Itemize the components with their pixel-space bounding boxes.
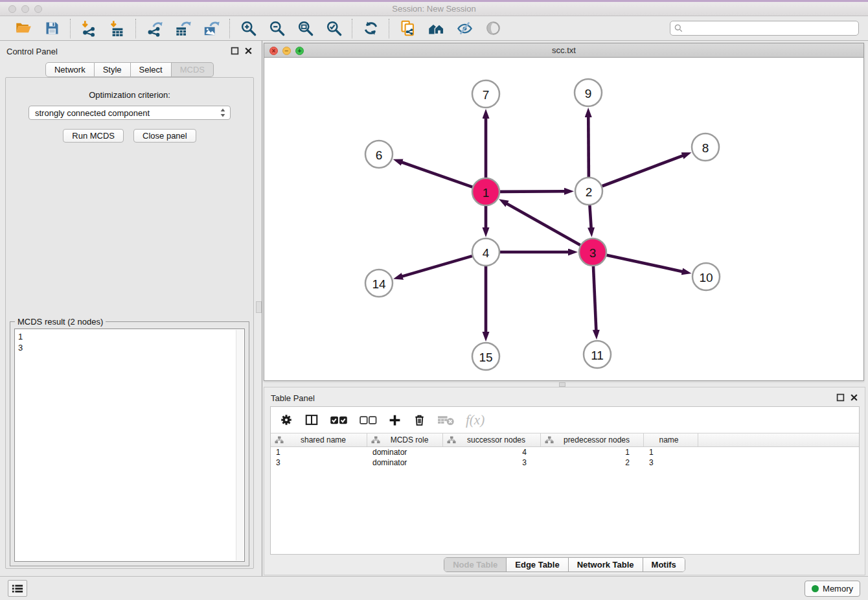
save-session-icon[interactable]	[41, 18, 62, 39]
tab-node-table[interactable]: Node Table	[444, 558, 506, 571]
graph-edge-3-10[interactable]	[606, 255, 682, 271]
tab-network[interactable]: Network	[45, 62, 95, 77]
tab-network-table[interactable]: Network Table	[568, 558, 643, 571]
network-window-titlebar[interactable]: × − + scc.txt	[264, 43, 863, 58]
table-settings-gear-icon[interactable]	[279, 413, 293, 427]
search-icon	[674, 23, 683, 33]
apply-layout-icon[interactable]	[360, 18, 381, 39]
search-field[interactable]	[670, 21, 859, 36]
float-panel-icon[interactable]	[231, 47, 239, 55]
graph-node-label: 3	[589, 246, 597, 260]
show-column-panel-icon[interactable]	[304, 413, 319, 427]
control-panel-title: Control Panel	[6, 47, 58, 56]
select-all-columns-icon[interactable]	[330, 415, 348, 426]
panel-splitter-handle[interactable]	[256, 301, 262, 313]
control-panel-tabs: NetworkStyleSelectMCDS	[0, 62, 259, 77]
duplicate-network-icon[interactable]	[397, 18, 418, 39]
mcds-result-textarea[interactable]: 13	[14, 329, 245, 562]
graph-edge-2-8[interactable]	[602, 156, 683, 186]
zoom-fit-icon[interactable]	[295, 18, 315, 39]
graph-edge-4-14[interactable]	[402, 256, 472, 277]
graph-node-label: 9	[585, 87, 592, 100]
zoom-selected-icon[interactable]	[323, 18, 344, 39]
network-graph: 7968124314101511	[264, 58, 863, 380]
graph-edge-2-3[interactable]	[589, 205, 591, 228]
tab-mcds[interactable]: MCDS	[172, 62, 214, 77]
close-panel-icon[interactable]	[244, 47, 253, 55]
deselect-all-columns-icon[interactable]	[359, 415, 377, 426]
result-scrollbar[interactable]	[236, 330, 244, 560]
node-table: f(x) shared nameMCDS rolesuccessor nodes…	[270, 406, 860, 555]
export-image-icon[interactable]	[201, 18, 222, 39]
table-cell: 1	[644, 447, 698, 457]
memory-button[interactable]: Memory	[805, 581, 860, 597]
bird-eye-view-icon[interactable]	[483, 18, 503, 39]
graph-node-label: 1	[483, 186, 490, 200]
optimization-select-value: strongly connected component	[35, 108, 220, 118]
tab-select[interactable]: Select	[131, 62, 172, 77]
first-neighbors-icon[interactable]	[426, 18, 446, 39]
horizontal-splitter-handle[interactable]	[559, 382, 565, 387]
import-table-icon[interactable]	[107, 18, 128, 39]
column-header-shared-name[interactable]: shared name	[271, 433, 367, 446]
table-toolbar: f(x)	[271, 407, 859, 433]
graph-edge-3-1[interactable]	[507, 203, 580, 245]
tab-motifs[interactable]: Motifs	[643, 558, 685, 571]
graph-node-label: 8	[702, 141, 709, 155]
close-table-panel-icon[interactable]	[850, 393, 858, 402]
float-table-panel-icon[interactable]	[836, 393, 845, 402]
mcds-panel: Optimization criterion: strongly connect…	[5, 77, 254, 569]
open-session-icon[interactable]	[13, 18, 34, 39]
show-hide-details-icon[interactable]	[454, 18, 475, 39]
memory-status-dot	[812, 585, 819, 592]
session-title: Session: New Session	[0, 4, 868, 14]
create-column-plus-icon[interactable]	[388, 413, 402, 427]
graph-node-label: 10	[699, 271, 713, 284]
graph-edge-1-2[interactable]	[500, 191, 565, 192]
mcds-result-title: MCDS result (2 nodes)	[15, 317, 106, 327]
table-header-row: shared nameMCDS rolesuccessor nodesprede…	[271, 433, 859, 447]
graph-node-label: 4	[483, 246, 490, 260]
table-row[interactable]: 1dominator411	[271, 447, 859, 457]
graph-node-label: 11	[591, 349, 604, 362]
delete-column-trash-icon[interactable]	[413, 413, 426, 427]
close-panel-button[interactable]: Close panel	[133, 129, 196, 143]
table-cell: 1	[541, 447, 644, 457]
optimization-label: Optimization criterion:	[6, 90, 253, 100]
mcds-result-line: 3	[18, 342, 241, 353]
status-bar: Memory	[0, 576, 868, 600]
network-desktop: × − + scc.txt 7968124314101511 Table Pan…	[262, 41, 868, 576]
mcds-result-group: MCDS result (2 nodes) 13	[10, 321, 249, 566]
table-cell: 1	[271, 447, 367, 457]
application-window: Session: New Session	[0, 0, 868, 600]
column-header-predecessor-nodes[interactable]: predecessor nodes	[541, 433, 644, 446]
column-header-name[interactable]: name	[644, 433, 698, 446]
control-panel: Control Panel NetworkStyleSelectMCDS Opt…	[0, 41, 259, 576]
graph-node-label: 6	[376, 148, 383, 162]
table-cell: 3	[271, 457, 367, 468]
export-table-icon[interactable]	[172, 18, 193, 39]
table-row[interactable]: 3dominator323	[271, 457, 859, 468]
table-cell: 4	[443, 447, 541, 457]
graph-edge-1-6[interactable]	[402, 162, 472, 187]
network-canvas[interactable]: 7968124314101511	[264, 58, 863, 380]
task-history-button[interactable]	[8, 580, 27, 597]
column-header-MCDS-role[interactable]: MCDS role	[367, 433, 443, 446]
optimization-select[interactable]: strongly connected component	[29, 106, 231, 120]
table-cell: 3	[644, 457, 698, 468]
zoom-out-icon[interactable]	[266, 18, 287, 39]
run-mcds-button[interactable]: Run MCDS	[63, 129, 124, 143]
import-network-icon[interactable]	[78, 18, 99, 39]
tab-style[interactable]: Style	[95, 62, 131, 77]
column-header-successor-nodes[interactable]: successor nodes	[443, 433, 541, 446]
export-network-icon[interactable]	[144, 18, 165, 39]
zoom-in-icon[interactable]	[238, 18, 258, 39]
select-spinner-icon	[220, 108, 226, 118]
graph-edge-3-11[interactable]	[593, 266, 596, 330]
table-cell: dominator	[367, 457, 443, 468]
tab-edge-table[interactable]: Edge Table	[506, 558, 567, 571]
graph-edge-2-9[interactable]	[588, 117, 589, 177]
workspace: Control Panel NetworkStyleSelectMCDS Opt…	[0, 41, 868, 576]
main-toolbar	[0, 16, 868, 41]
search-input[interactable]	[683, 21, 855, 35]
